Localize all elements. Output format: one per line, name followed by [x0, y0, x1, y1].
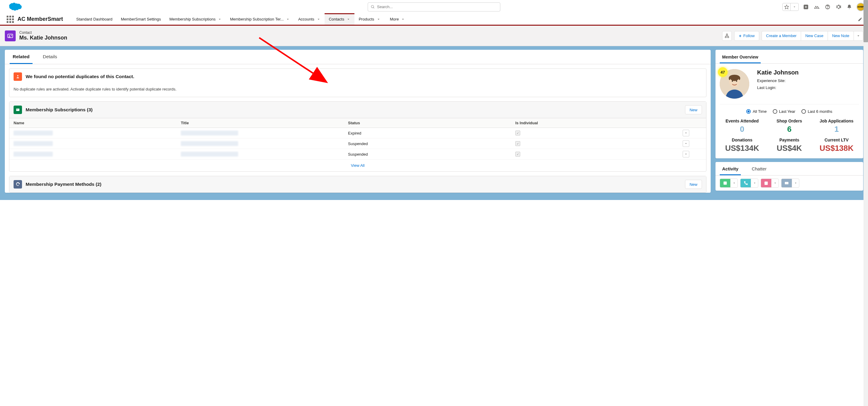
nav-accounts[interactable]: Accounts: [294, 13, 324, 25]
col-name[interactable]: Name: [9, 118, 177, 128]
tab-chatter[interactable]: Chatter: [749, 162, 769, 175]
subscriptions-new-button[interactable]: New: [685, 105, 702, 114]
payment-methods-icon: [13, 180, 22, 188]
add-icon[interactable]: [802, 3, 809, 10]
nav-membersmart-settings[interactable]: MemberSmart Settings: [117, 13, 165, 25]
main-column: Related Details We found no potential du…: [5, 50, 711, 196]
member-overview-panel: Member Overview 47 Katie Johnson Experie…: [715, 50, 863, 158]
create-member-button[interactable]: Create a Member: [762, 31, 801, 41]
setup-gear-icon[interactable]: [835, 3, 842, 10]
chevron-down-icon[interactable]: [286, 18, 290, 21]
activity-tabs: Activity Chatter: [715, 162, 863, 176]
filter-last-6-months[interactable]: Last 6 months: [801, 109, 832, 114]
more-actions-dropdown[interactable]: [854, 31, 863, 41]
activity-call-group: [740, 179, 758, 187]
status-cell: Expired: [344, 128, 511, 139]
nav-membership-subscription-terms[interactable]: Membership Subscription Ter...: [226, 13, 294, 25]
dropdown-icon[interactable]: [792, 179, 799, 187]
dropdown-icon[interactable]: [771, 179, 778, 187]
nav-items: Standard Dashboard MemberSmart Settings …: [72, 13, 409, 25]
row-actions-dropdown[interactable]: [683, 140, 689, 147]
trailhead-icon[interactable]: [813, 3, 820, 10]
record-meta: Contact Ms. Katie Johnson: [19, 30, 67, 41]
svg-rect-12: [727, 36, 729, 37]
edit-nav-icon[interactable]: [858, 17, 863, 22]
col-individual[interactable]: Is Individual: [511, 118, 678, 128]
stat-orders: Shop Orders6: [767, 119, 812, 134]
search-input[interactable]: [368, 2, 500, 11]
row-actions-dropdown[interactable]: [683, 130, 689, 136]
chevron-down-icon[interactable]: [377, 18, 380, 21]
favorites-dropdown-icon[interactable]: [790, 3, 798, 10]
payment-methods-new-button[interactable]: New: [685, 180, 702, 189]
chevron-down-icon[interactable]: [317, 18, 320, 21]
row-actions-dropdown[interactable]: [683, 151, 689, 157]
duplicates-body: No duplicate rules are activated. Activa…: [9, 84, 706, 97]
record-header: Contact Ms. Katie Johnson +Follow Create…: [0, 26, 868, 46]
nav-membership-subscriptions[interactable]: Membership Subscriptions: [165, 13, 226, 25]
subscriptions-title[interactable]: Membership Subscriptions (3): [26, 107, 93, 113]
plus-icon: +: [739, 33, 741, 38]
stats-grid: Events Attended0 Shop Orders6 Job Applic…: [720, 119, 859, 153]
chevron-down-icon[interactable]: [401, 18, 405, 21]
scrollbar-thumb[interactable]: [864, 0, 868, 42]
tab-details[interactable]: Details: [40, 50, 60, 64]
tab-related[interactable]: Related: [10, 50, 33, 64]
redacted-value: [13, 130, 53, 136]
tab-activity[interactable]: Activity: [720, 162, 741, 175]
stat-value: US$4K: [767, 144, 812, 153]
record-tabs: Related Details: [5, 50, 711, 64]
col-status[interactable]: Status: [344, 118, 511, 128]
record-type-label: Contact: [19, 30, 67, 35]
member-profile: 47 Katie Johnson Experience Site: Last L…: [720, 69, 859, 104]
stat-label: Job Applications: [814, 119, 859, 123]
payment-methods-title[interactable]: Membership Payment Methods (2): [26, 181, 101, 187]
col-title[interactable]: Title: [177, 118, 344, 128]
new-case-button[interactable]: New Case: [801, 31, 828, 41]
avatar-wrap: 47: [720, 69, 749, 99]
nav-contacts[interactable]: Contacts: [324, 13, 354, 25]
nav-standard-dashboard[interactable]: Standard Dashboard: [72, 13, 117, 25]
favorites-group: [782, 3, 799, 11]
table-row: Expired ✓: [9, 128, 706, 139]
nav-more[interactable]: More: [386, 13, 409, 25]
checkbox-checked-icon: ✓: [516, 130, 520, 136]
activity-panel: Activity Chatter: [715, 162, 863, 191]
stat-value: 0: [720, 124, 765, 134]
duplicates-icon: [13, 72, 22, 81]
checkbox-checked-icon: ✓: [516, 152, 520, 156]
star-icon[interactable]: [783, 3, 790, 10]
calendar-icon[interactable]: [761, 179, 771, 187]
chevron-down-icon[interactable]: [218, 18, 221, 21]
status-cell: Suspended: [344, 149, 511, 160]
follow-label: Follow: [743, 33, 755, 38]
hierarchy-button[interactable]: [722, 31, 732, 41]
email-icon[interactable]: [781, 179, 792, 187]
svg-rect-11: [725, 36, 726, 37]
filter-last-year[interactable]: Last Year: [773, 109, 795, 114]
chevron-down-icon[interactable]: [347, 18, 350, 21]
filter-label: Last Year: [779, 109, 795, 114]
filter-label: All Time: [752, 109, 767, 114]
phone-icon[interactable]: [741, 179, 751, 187]
notification-bell-icon[interactable]: [846, 3, 853, 10]
main-panel: Related Details We found no potential du…: [5, 50, 711, 193]
stat-events: Events Attended0: [720, 119, 765, 134]
task-list-icon[interactable]: [720, 179, 730, 187]
nav-products[interactable]: Products: [354, 13, 384, 25]
radio-checked-icon: [746, 109, 751, 114]
member-name: Katie Johnson: [757, 69, 799, 76]
filter-all-time[interactable]: All Time: [746, 109, 767, 114]
follow-button[interactable]: +Follow: [734, 31, 759, 41]
dropdown-icon[interactable]: [730, 179, 738, 187]
tab-member-overview[interactable]: Member Overview: [720, 50, 761, 63]
scrollbar[interactable]: [864, 0, 868, 200]
app-launcher-icon[interactable]: [6, 15, 14, 24]
redacted-value: [181, 141, 238, 146]
svg-point-7: [9, 35, 10, 36]
new-note-button[interactable]: New Note: [828, 31, 854, 41]
subscriptions-card: Membership Subscriptions (3) New Name Ti…: [9, 102, 707, 172]
help-icon[interactable]: [824, 3, 831, 10]
dropdown-icon[interactable]: [751, 179, 758, 187]
view-all-link[interactable]: View All: [351, 163, 364, 168]
